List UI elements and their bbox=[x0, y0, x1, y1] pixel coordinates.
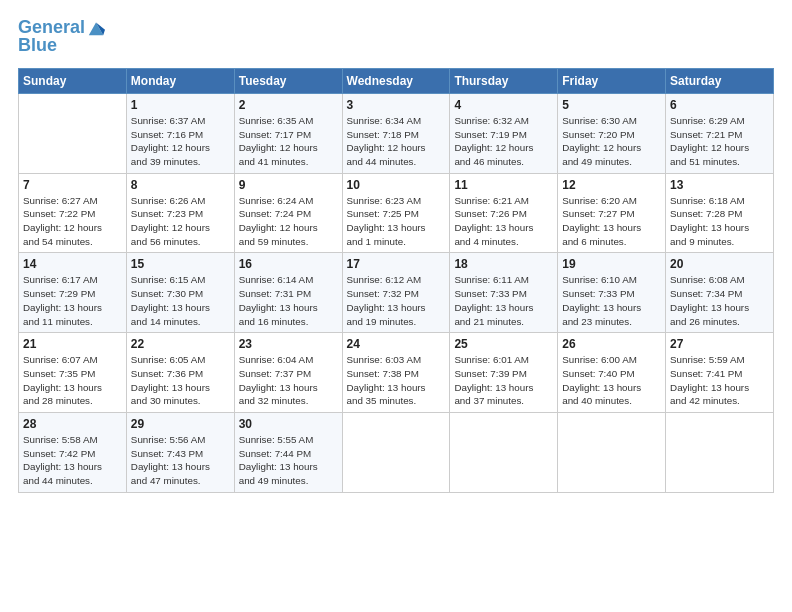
day-number: 12 bbox=[562, 178, 661, 192]
day-number: 3 bbox=[347, 98, 446, 112]
calendar-cell: 30Sunrise: 5:55 AM Sunset: 7:44 PM Dayli… bbox=[234, 413, 342, 493]
day-detail: Sunrise: 6:05 AM Sunset: 7:36 PM Dayligh… bbox=[131, 353, 230, 408]
calendar-cell: 6Sunrise: 6:29 AM Sunset: 7:21 PM Daylig… bbox=[666, 93, 774, 173]
day-detail: Sunrise: 6:03 AM Sunset: 7:38 PM Dayligh… bbox=[347, 353, 446, 408]
col-header-tuesday: Tuesday bbox=[234, 68, 342, 93]
calendar-cell: 5Sunrise: 6:30 AM Sunset: 7:20 PM Daylig… bbox=[558, 93, 666, 173]
col-header-thursday: Thursday bbox=[450, 68, 558, 93]
calendar-cell: 17Sunrise: 6:12 AM Sunset: 7:32 PM Dayli… bbox=[342, 253, 450, 333]
day-detail: Sunrise: 5:55 AM Sunset: 7:44 PM Dayligh… bbox=[239, 433, 338, 488]
col-header-wednesday: Wednesday bbox=[342, 68, 450, 93]
day-detail: Sunrise: 6:08 AM Sunset: 7:34 PM Dayligh… bbox=[670, 273, 769, 328]
day-detail: Sunrise: 6:21 AM Sunset: 7:26 PM Dayligh… bbox=[454, 194, 553, 249]
calendar-cell: 21Sunrise: 6:07 AM Sunset: 7:35 PM Dayli… bbox=[19, 333, 127, 413]
calendar-cell: 9Sunrise: 6:24 AM Sunset: 7:24 PM Daylig… bbox=[234, 173, 342, 253]
day-detail: Sunrise: 6:07 AM Sunset: 7:35 PM Dayligh… bbox=[23, 353, 122, 408]
logo-icon bbox=[87, 19, 105, 37]
calendar-cell: 20Sunrise: 6:08 AM Sunset: 7:34 PM Dayli… bbox=[666, 253, 774, 333]
calendar-cell: 26Sunrise: 6:00 AM Sunset: 7:40 PM Dayli… bbox=[558, 333, 666, 413]
day-detail: Sunrise: 6:15 AM Sunset: 7:30 PM Dayligh… bbox=[131, 273, 230, 328]
day-number: 2 bbox=[239, 98, 338, 112]
day-number: 4 bbox=[454, 98, 553, 112]
calendar-cell bbox=[342, 413, 450, 493]
day-number: 19 bbox=[562, 257, 661, 271]
col-header-monday: Monday bbox=[126, 68, 234, 93]
calendar-cell: 4Sunrise: 6:32 AM Sunset: 7:19 PM Daylig… bbox=[450, 93, 558, 173]
day-number: 21 bbox=[23, 337, 122, 351]
day-number: 27 bbox=[670, 337, 769, 351]
day-number: 20 bbox=[670, 257, 769, 271]
calendar-cell bbox=[558, 413, 666, 493]
day-number: 26 bbox=[562, 337, 661, 351]
day-detail: Sunrise: 6:12 AM Sunset: 7:32 PM Dayligh… bbox=[347, 273, 446, 328]
calendar-cell: 16Sunrise: 6:14 AM Sunset: 7:31 PM Dayli… bbox=[234, 253, 342, 333]
calendar-cell: 22Sunrise: 6:05 AM Sunset: 7:36 PM Dayli… bbox=[126, 333, 234, 413]
col-header-sunday: Sunday bbox=[19, 68, 127, 93]
day-number: 5 bbox=[562, 98, 661, 112]
day-number: 29 bbox=[131, 417, 230, 431]
day-number: 7 bbox=[23, 178, 122, 192]
day-number: 17 bbox=[347, 257, 446, 271]
day-detail: Sunrise: 6:01 AM Sunset: 7:39 PM Dayligh… bbox=[454, 353, 553, 408]
day-detail: Sunrise: 6:34 AM Sunset: 7:18 PM Dayligh… bbox=[347, 114, 446, 169]
day-number: 16 bbox=[239, 257, 338, 271]
day-number: 18 bbox=[454, 257, 553, 271]
calendar-cell: 14Sunrise: 6:17 AM Sunset: 7:29 PM Dayli… bbox=[19, 253, 127, 333]
calendar-cell: 15Sunrise: 6:15 AM Sunset: 7:30 PM Dayli… bbox=[126, 253, 234, 333]
day-detail: Sunrise: 6:35 AM Sunset: 7:17 PM Dayligh… bbox=[239, 114, 338, 169]
day-detail: Sunrise: 5:56 AM Sunset: 7:43 PM Dayligh… bbox=[131, 433, 230, 488]
calendar-week-4: 21Sunrise: 6:07 AM Sunset: 7:35 PM Dayli… bbox=[19, 333, 774, 413]
calendar-table: SundayMondayTuesdayWednesdayThursdayFrid… bbox=[18, 68, 774, 493]
day-detail: Sunrise: 6:10 AM Sunset: 7:33 PM Dayligh… bbox=[562, 273, 661, 328]
day-detail: Sunrise: 6:00 AM Sunset: 7:40 PM Dayligh… bbox=[562, 353, 661, 408]
calendar-week-5: 28Sunrise: 5:58 AM Sunset: 7:42 PM Dayli… bbox=[19, 413, 774, 493]
page-header: General Blue bbox=[18, 18, 774, 54]
day-number: 6 bbox=[670, 98, 769, 112]
calendar-cell: 8Sunrise: 6:26 AM Sunset: 7:23 PM Daylig… bbox=[126, 173, 234, 253]
calendar-header-row: SundayMondayTuesdayWednesdayThursdayFrid… bbox=[19, 68, 774, 93]
day-detail: Sunrise: 6:27 AM Sunset: 7:22 PM Dayligh… bbox=[23, 194, 122, 249]
day-detail: Sunrise: 6:24 AM Sunset: 7:24 PM Dayligh… bbox=[239, 194, 338, 249]
day-number: 10 bbox=[347, 178, 446, 192]
calendar-week-1: 1Sunrise: 6:37 AM Sunset: 7:16 PM Daylig… bbox=[19, 93, 774, 173]
day-detail: Sunrise: 6:26 AM Sunset: 7:23 PM Dayligh… bbox=[131, 194, 230, 249]
calendar-cell: 18Sunrise: 6:11 AM Sunset: 7:33 PM Dayli… bbox=[450, 253, 558, 333]
day-number: 14 bbox=[23, 257, 122, 271]
day-number: 11 bbox=[454, 178, 553, 192]
calendar-cell: 1Sunrise: 6:37 AM Sunset: 7:16 PM Daylig… bbox=[126, 93, 234, 173]
day-detail: Sunrise: 6:29 AM Sunset: 7:21 PM Dayligh… bbox=[670, 114, 769, 169]
logo: General Blue bbox=[18, 18, 105, 54]
calendar-cell: 10Sunrise: 6:23 AM Sunset: 7:25 PM Dayli… bbox=[342, 173, 450, 253]
day-detail: Sunrise: 6:11 AM Sunset: 7:33 PM Dayligh… bbox=[454, 273, 553, 328]
day-number: 13 bbox=[670, 178, 769, 192]
day-number: 28 bbox=[23, 417, 122, 431]
calendar-cell: 3Sunrise: 6:34 AM Sunset: 7:18 PM Daylig… bbox=[342, 93, 450, 173]
day-number: 23 bbox=[239, 337, 338, 351]
calendar-cell: 29Sunrise: 5:56 AM Sunset: 7:43 PM Dayli… bbox=[126, 413, 234, 493]
day-detail: Sunrise: 6:37 AM Sunset: 7:16 PM Dayligh… bbox=[131, 114, 230, 169]
col-header-saturday: Saturday bbox=[666, 68, 774, 93]
calendar-cell: 23Sunrise: 6:04 AM Sunset: 7:37 PM Dayli… bbox=[234, 333, 342, 413]
day-detail: Sunrise: 6:17 AM Sunset: 7:29 PM Dayligh… bbox=[23, 273, 122, 328]
calendar-cell: 2Sunrise: 6:35 AM Sunset: 7:17 PM Daylig… bbox=[234, 93, 342, 173]
calendar-cell: 7Sunrise: 6:27 AM Sunset: 7:22 PM Daylig… bbox=[19, 173, 127, 253]
day-number: 22 bbox=[131, 337, 230, 351]
col-header-friday: Friday bbox=[558, 68, 666, 93]
calendar-cell bbox=[450, 413, 558, 493]
calendar-cell bbox=[666, 413, 774, 493]
day-detail: Sunrise: 6:30 AM Sunset: 7:20 PM Dayligh… bbox=[562, 114, 661, 169]
calendar-cell: 28Sunrise: 5:58 AM Sunset: 7:42 PM Dayli… bbox=[19, 413, 127, 493]
day-detail: Sunrise: 6:20 AM Sunset: 7:27 PM Dayligh… bbox=[562, 194, 661, 249]
calendar-cell: 25Sunrise: 6:01 AM Sunset: 7:39 PM Dayli… bbox=[450, 333, 558, 413]
day-number: 25 bbox=[454, 337, 553, 351]
day-number: 9 bbox=[239, 178, 338, 192]
calendar-week-3: 14Sunrise: 6:17 AM Sunset: 7:29 PM Dayli… bbox=[19, 253, 774, 333]
day-detail: Sunrise: 6:18 AM Sunset: 7:28 PM Dayligh… bbox=[670, 194, 769, 249]
day-detail: Sunrise: 5:59 AM Sunset: 7:41 PM Dayligh… bbox=[670, 353, 769, 408]
calendar-cell: 13Sunrise: 6:18 AM Sunset: 7:28 PM Dayli… bbox=[666, 173, 774, 253]
calendar-cell: 19Sunrise: 6:10 AM Sunset: 7:33 PM Dayli… bbox=[558, 253, 666, 333]
day-number: 8 bbox=[131, 178, 230, 192]
day-number: 30 bbox=[239, 417, 338, 431]
calendar-week-2: 7Sunrise: 6:27 AM Sunset: 7:22 PM Daylig… bbox=[19, 173, 774, 253]
day-detail: Sunrise: 6:04 AM Sunset: 7:37 PM Dayligh… bbox=[239, 353, 338, 408]
